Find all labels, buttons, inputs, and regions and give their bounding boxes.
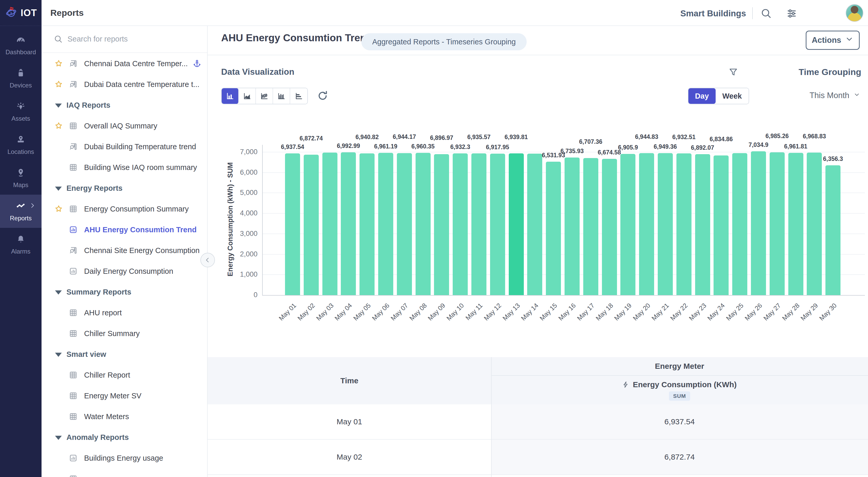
table-body: May 016,937.54May 026,872.74 <box>208 404 868 477</box>
app-header: Reports Smart Buildings <box>41 0 868 26</box>
bar-may-01[interactable] <box>285 153 300 295</box>
chart-report-icon <box>68 266 78 276</box>
chart-report-icon <box>68 225 78 234</box>
user-avatar[interactable] <box>846 4 863 22</box>
bar-may-12[interactable] <box>490 154 505 295</box>
date-range-select[interactable]: This Month <box>810 91 860 100</box>
bar-may-27[interactable] <box>770 152 785 295</box>
line-chart-icon[interactable] <box>256 88 273 104</box>
section-label: Summary Reports <box>66 288 131 296</box>
report-item-chennai-data-centre-temper-[interactable]: Chennai Data Centre Temper... <box>41 53 208 74</box>
bar-may-09[interactable] <box>434 154 449 295</box>
report-item-water-meters[interactable]: Water Meters <box>41 406 208 427</box>
report-item-label: Energy Meter SV <box>84 392 142 400</box>
preferences-sliders-icon[interactable] <box>785 7 798 20</box>
panel-collapse-button[interactable] <box>200 253 215 267</box>
sidebar-item-reports[interactable]: Reports <box>0 195 41 228</box>
sidebar-item-alarms[interactable]: Alarms <box>0 228 41 261</box>
report-section-energy-reports[interactable]: Energy Reports <box>41 178 208 198</box>
bar-may-19[interactable] <box>620 154 636 295</box>
toggle-week[interactable]: Week <box>716 88 749 104</box>
report-section-smart-view[interactable]: Smart view <box>41 344 208 364</box>
report-item-chennai-site-energy-consumption[interactable]: Chennai Site Energy Consumption <box>41 240 208 261</box>
report-item-overall-iaq-summary[interactable]: Overall IAQ Summary <box>41 116 208 136</box>
report-section-iaq-reports[interactable]: IAQ Reports <box>41 95 208 116</box>
caret-down-icon <box>55 353 62 357</box>
date-range-label: This Month <box>810 91 849 100</box>
bar-chart-icon[interactable] <box>222 88 239 104</box>
bulb-icon <box>16 101 26 113</box>
filter-funnel-icon[interactable] <box>728 66 738 78</box>
sidebar-item-devices[interactable]: Devices <box>0 62 41 95</box>
report-item-label: Buildings Energy usage <box>84 454 163 463</box>
bar-may-17[interactable] <box>583 158 598 295</box>
star-icon[interactable] <box>54 121 63 131</box>
app-logo[interactable]: IOT <box>0 0 41 26</box>
refresh-icon[interactable] <box>317 90 329 102</box>
bar-may-08[interactable] <box>415 153 431 295</box>
column-chart-icon[interactable] <box>273 88 290 104</box>
report-item-building-wise-iaq-room-summary[interactable]: Building Wise IAQ room summary <box>41 157 208 178</box>
explore-report-icon <box>68 246 78 255</box>
bar-may-29[interactable] <box>807 153 822 295</box>
chevron-right-icon <box>29 202 36 210</box>
bar-may-30[interactable] <box>826 165 840 295</box>
logo-text: IOT <box>21 7 37 19</box>
toggle-day[interactable]: Day <box>688 88 716 104</box>
table-col-time: Time <box>208 357 491 404</box>
report-item[interactable] <box>41 469 208 477</box>
table-column-divider <box>491 357 492 477</box>
report-section-summary-reports[interactable]: Summary Reports <box>41 282 208 303</box>
bar-may-02[interactable] <box>304 155 319 295</box>
star-icon[interactable] <box>54 204 63 214</box>
bar-may-07[interactable] <box>397 153 412 295</box>
bar-may-05[interactable] <box>360 153 375 295</box>
bar-may-11[interactable] <box>471 153 487 295</box>
bar-may-10[interactable] <box>453 153 468 295</box>
report-section-anomaly-reports[interactable]: Anomaly Reports <box>41 427 208 448</box>
hbar-chart-icon[interactable] <box>290 88 307 104</box>
sidebar-item-maps[interactable]: Maps <box>0 161 41 195</box>
report-item-label: Dubai Building Temperature trend <box>84 142 196 151</box>
bar-may-25[interactable] <box>732 153 747 295</box>
report-item-ahu-report[interactable]: AHU report <box>41 303 208 323</box>
sidebar-item-dashboard[interactable]: Dashboard <box>0 29 41 62</box>
bar-may-20[interactable] <box>639 153 654 295</box>
bar-may-06[interactable] <box>378 153 393 295</box>
bar-may-15[interactable] <box>546 162 561 295</box>
report-item-chiller-report[interactable]: Chiller Report <box>41 364 208 385</box>
report-item-buildings-energy-usage[interactable]: Buildings Energy usage <box>41 448 208 469</box>
anchor-icon[interactable] <box>193 59 202 68</box>
report-item-daily-energy-consumption[interactable]: Daily Energy Consumption <box>41 261 208 282</box>
org-name[interactable]: Smart Buildings <box>680 8 746 19</box>
bar-may-18[interactable] <box>602 159 617 295</box>
bar-may-28[interactable] <box>788 153 803 295</box>
sidebar-item-assets[interactable]: Assets <box>0 95 41 128</box>
bar-may-21[interactable] <box>658 153 673 295</box>
bar-may-16[interactable] <box>564 158 580 295</box>
search-icon[interactable] <box>760 7 773 20</box>
sidebar-item-locations[interactable]: Locations <box>0 128 41 161</box>
cell-value: 6,872.74 <box>491 440 868 474</box>
bar-may-22[interactable] <box>676 153 691 295</box>
bar-may-26[interactable] <box>751 151 766 295</box>
bar-may-03[interactable] <box>322 153 337 295</box>
report-item-energy-meter-sv[interactable]: Energy Meter SV <box>41 385 208 406</box>
actions-button[interactable]: Actions <box>806 31 860 50</box>
report-item-energy-consumption-summary[interactable]: Energy Consumption Summary <box>41 198 208 219</box>
star-icon[interactable] <box>54 59 63 68</box>
bar-may-14[interactable] <box>527 154 542 295</box>
bar-may-24[interactable] <box>714 155 728 295</box>
area-chart-icon[interactable] <box>239 88 256 104</box>
trend-icon <box>16 201 26 212</box>
star-icon[interactable] <box>54 80 63 89</box>
report-item-label: Chiller Report <box>84 371 130 379</box>
report-item-chiller-summary[interactable]: Chiller Summary <box>41 323 208 344</box>
report-item-ahu-energy-consumtion-trend[interactable]: AHU Energy Consumtion Trend <box>41 219 208 240</box>
bar-may-04[interactable] <box>341 152 356 295</box>
reports-search-input[interactable] <box>67 32 197 46</box>
report-item-dubai-building-temperature-trend[interactable]: Dubai Building Temperature trend <box>41 136 208 157</box>
bar-may-13[interactable] <box>509 153 524 295</box>
bar-may-23[interactable] <box>695 154 710 295</box>
report-item-dubai-data-centre-temperature-t-[interactable]: Dubai Data centre Temperature t... <box>41 74 208 95</box>
